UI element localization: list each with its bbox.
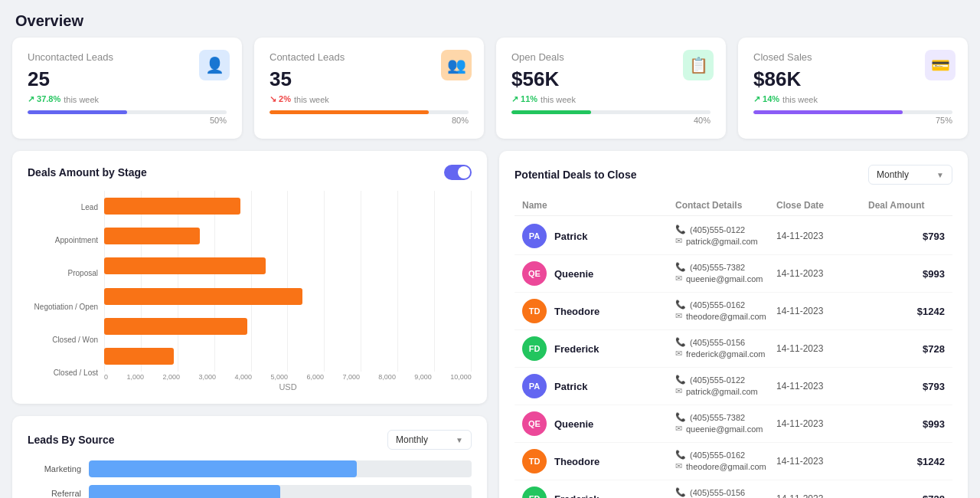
chart-bar-row: [104, 221, 472, 251]
email-detail: ✉ frederick@gmail.com: [675, 349, 776, 359]
deals-chart-title: Deals Amount by Stage: [28, 166, 147, 179]
kpi-trend: ↗ 14% this week: [753, 94, 952, 104]
kpi-percent: 75%: [753, 116, 952, 125]
contact-details: 📞 (405)555-0162 ✉ theodore@gmail.com: [675, 300, 776, 323]
phone-icon: 📞: [675, 224, 686, 234]
kpi-label: Closed Sales: [753, 51, 952, 63]
phone-icon: 📞: [675, 375, 686, 385]
leads-source-dropdown[interactable]: Monthly ▼: [387, 430, 472, 450]
deal-amount: $1242: [868, 306, 945, 317]
stage-label: Negotiation / Open: [34, 303, 98, 312]
email-detail: ✉ patrick@gmail.com: [675, 236, 776, 246]
bar-5: [104, 348, 174, 365]
x-axis-label: 5,000: [270, 373, 288, 381]
x-axis-label: 1,000: [126, 373, 144, 381]
x-axis-label: 6,000: [306, 373, 324, 381]
kpi-card-3: Closed Sales $86K ↗ 14% this week 75% 💳: [738, 38, 968, 139]
contact-details: 📞 (405)555-0156 ✉ frederick@gmail.com: [675, 337, 776, 360]
bar-3: [104, 288, 302, 305]
contact-cell: FD Frederick: [522, 336, 675, 361]
kpi-label: Uncontacted Leads: [28, 51, 227, 63]
email-icon: ✉: [675, 461, 682, 471]
bar-2: [104, 257, 266, 274]
potential-deals-title: Potential Deals to Close: [514, 169, 636, 181]
kpi-value: 25: [28, 67, 227, 91]
deals-toggle[interactable]: [444, 165, 472, 180]
email-icon: ✉: [675, 311, 682, 321]
contact-name: Theodore: [554, 456, 599, 467]
kpi-row: Uncontacted Leads 25 ↗ 37.8% this week 5…: [0, 38, 980, 151]
contact-details: 📞 (405)555-0122 ✉ patrick@gmail.com: [675, 375, 776, 398]
table-col-header: Close Date: [776, 200, 868, 211]
leads-source-chart: Marketing Referral: [28, 460, 472, 498]
kpi-label: Contacted Leads: [270, 51, 469, 63]
stage-label: Proposal: [68, 269, 98, 278]
kpi-trend: ↗ 37.8% this week: [28, 94, 227, 104]
email-detail: ✉ theodore@gmail.com: [675, 311, 776, 321]
kpi-label: Open Deals: [511, 51, 710, 63]
phone-detail: 📞 (405)555-7382: [675, 262, 776, 272]
close-date: 14-11-2023: [776, 343, 868, 354]
stage-label: Closed / Lost: [54, 369, 98, 378]
chart-bar-row: [104, 311, 472, 341]
leads-bar-label: Referral: [28, 489, 81, 498]
potential-deals-dropdown[interactable]: Monthly ▼: [868, 165, 952, 185]
contact-name: Queenie: [554, 268, 593, 280]
bar-4: [104, 318, 247, 335]
deal-amount: $993: [868, 418, 945, 430]
avatar: TD: [522, 299, 547, 323]
close-date: 14-11-2023: [776, 231, 868, 241]
close-date: 14-11-2023: [776, 268, 868, 279]
kpi-trend: ↗ 11% this week: [511, 94, 710, 104]
table-row: PA Patrick 📞 (405)555-0122 ✉ patrick@gma…: [514, 368, 952, 405]
table-row: PA Patrick 📞 (405)555-0122 ✉ patrick@gma…: [514, 218, 952, 255]
kpi-progress-fill: [28, 110, 127, 114]
email-icon: ✉: [675, 424, 682, 434]
email-detail: ✉ theodore@gmail.com: [675, 461, 776, 471]
kpi-progress-fill: [511, 110, 591, 114]
leads-source-header: Leads By Source Monthly ▼: [28, 430, 472, 450]
kpi-progress-fill: [270, 110, 429, 114]
x-axis-title: USD: [104, 382, 472, 392]
leads-bar-fill: [89, 460, 357, 477]
kpi-card-2: Open Deals $56K ↗ 11% this week 40% 📋: [496, 38, 726, 139]
table-header: NameContact DetailsClose DateDeal Amount: [514, 195, 952, 216]
x-axis-label: 0: [104, 373, 108, 381]
avatar: PA: [522, 224, 547, 248]
kpi-trend: ↘ 2% this week: [270, 94, 469, 104]
avatar: FD: [522, 336, 547, 361]
contact-name: Frederick: [554, 343, 599, 355]
leads-bar-fill: [89, 485, 280, 498]
avatar: PA: [522, 374, 547, 398]
contact-details: 📞 (405)555-7382 ✉ queenie@gmail.com: [675, 412, 776, 435]
x-axis-label: 3,000: [198, 373, 216, 381]
table-row: FD Frederick 📞 (405)555-0156 ✉ frederick…: [514, 480, 952, 498]
kpi-card-1: Contacted Leads 35 ↘ 2% this week 80% 👥: [254, 38, 484, 139]
contact-cell: PA Patrick: [522, 224, 675, 248]
bar-0: [104, 198, 240, 215]
email-icon: ✉: [675, 386, 682, 396]
phone-icon: 📞: [675, 337, 686, 347]
leads-bar-track: [89, 485, 472, 498]
email-detail: ✉ queenie@gmail.com: [675, 274, 776, 283]
table-row: QE Queenie 📞 (405)555-7382 ✉ queenie@gma…: [514, 255, 952, 293]
avatar: QE: [522, 411, 547, 436]
kpi-icon-1: 👥: [441, 50, 472, 80]
phone-detail: 📞 (405)555-0122: [675, 224, 776, 234]
deals-chart: LeadAppointmentProposalNegotiation / Ope…: [28, 191, 472, 390]
contact-cell: QE Queenie: [522, 261, 675, 286]
contact-name: Frederick: [554, 493, 599, 499]
leads-source-title: Leads By Source: [28, 434, 115, 446]
contact-cell: TD Theodore: [522, 449, 675, 473]
leads-bar-track: [89, 460, 472, 477]
contact-name: Queenie: [554, 418, 593, 430]
contact-details: 📞 (405)555-0162 ✉ theodore@gmail.com: [675, 450, 776, 473]
chevron-down-icon-2: ▼: [936, 171, 944, 179]
bar-1: [104, 228, 200, 244]
phone-icon: 📞: [675, 412, 686, 422]
stage-label: Appointment: [55, 236, 98, 245]
stage-label: Lead: [81, 203, 98, 212]
kpi-percent: 80%: [270, 116, 469, 125]
table-row: TD Theodore 📞 (405)555-0162 ✉ theodore@g…: [514, 443, 952, 480]
table-body[interactable]: PA Patrick 📞 (405)555-0122 ✉ patrick@gma…: [514, 218, 952, 498]
